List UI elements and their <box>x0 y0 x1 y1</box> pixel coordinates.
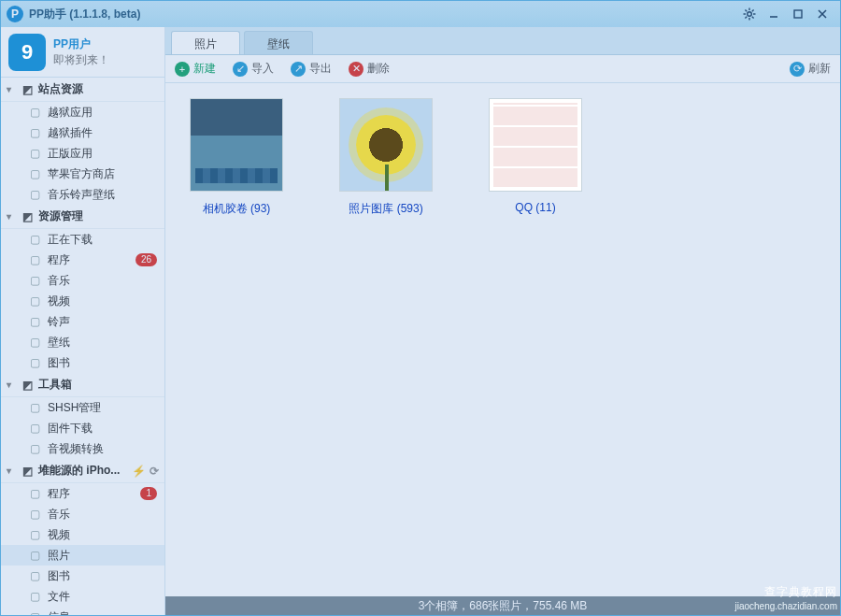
account-sub: 即将到来！ <box>53 52 109 68</box>
file-icon: ▢ <box>27 590 42 603</box>
nav-item-label: 信息 <box>48 609 70 616</box>
nav-item[interactable]: ▢视频 <box>1 524 164 545</box>
import-button[interactable]: ↙导入 <box>233 61 274 77</box>
settings-button[interactable] <box>737 2 762 26</box>
sidebar: PP用户 即将到来！ ▾◩站点资源▢越狱应用▢越狱插件▢正版应用▢苹果官方商店▢… <box>1 27 165 615</box>
music-icon: ▢ <box>27 274 42 287</box>
app-body: PP用户 即将到来！ ▾◩站点资源▢越狱应用▢越狱插件▢正版应用▢苹果官方商店▢… <box>1 27 840 615</box>
album-thumb <box>190 98 283 192</box>
nav-item-label: 铃声 <box>48 314 70 330</box>
section-head[interactable]: ▾◩工具箱 <box>1 373 164 397</box>
tab[interactable]: 照片 <box>171 31 240 54</box>
nav-item-label: 越狱应用 <box>48 105 93 121</box>
book-icon: ▢ <box>27 569 42 582</box>
nav-item-label: 正在下载 <box>48 232 93 248</box>
nav-item[interactable]: ▢程序26 <box>1 250 164 270</box>
section-title: 堆能源的 iPho... <box>38 463 120 479</box>
chevron-down-icon: ▾ <box>7 211 18 222</box>
fw-icon: ▢ <box>27 422 42 435</box>
chevron-down-icon: ▾ <box>7 84 18 94</box>
window-title: PP助手 (1.1.1.8, beta) <box>29 7 140 22</box>
nav-item-label: 视频 <box>48 294 70 309</box>
close-button[interactable] <box>810 2 834 26</box>
album-thumb <box>339 98 433 192</box>
export-icon: ↗ <box>291 62 306 77</box>
nav-item[interactable]: ▢音视频转换 <box>1 438 164 459</box>
album-caption: 照片图库 (593) <box>330 201 442 217</box>
delete-button[interactable]: ✕删除 <box>349 61 390 77</box>
minimize-button[interactable] <box>762 2 786 26</box>
tab[interactable]: 壁纸 <box>244 31 313 54</box>
nav-item[interactable]: ▢照片 <box>1 545 164 566</box>
nav-item[interactable]: ▢铃声 <box>1 311 164 332</box>
nav-item[interactable]: ▢越狱应用 <box>1 102 164 122</box>
svg-line-8 <box>745 17 747 19</box>
maximize-icon <box>792 8 804 20</box>
nav-item[interactable]: ▢SHSH管理 <box>1 397 164 418</box>
book-icon: ▢ <box>27 356 42 369</box>
title-bar: P PP助手 (1.1.1.8, beta) <box>1 1 840 27</box>
svg-line-7 <box>752 9 754 11</box>
nav-item[interactable]: ▢正在下载 <box>1 229 164 250</box>
album[interactable]: 相机胶卷 (93) <box>180 98 292 217</box>
nav-item[interactable]: ▢图书 <box>1 566 164 586</box>
nav-item-label: 音乐 <box>48 507 70 523</box>
nav-item-label: 视频 <box>48 527 70 543</box>
nav-item[interactable]: ▢程序1 <box>1 483 164 504</box>
toolbar: +新建 ↙导入 ↗导出 ✕删除 ⟳刷新 <box>165 55 840 83</box>
music-icon: ▢ <box>27 508 42 521</box>
export-button[interactable]: ↗导出 <box>291 61 332 77</box>
account-text: PP用户 即将到来！ <box>53 36 109 68</box>
album-caption: 相机胶卷 (93) <box>180 201 292 217</box>
account-name: PP用户 <box>53 36 109 52</box>
toolbox-icon: ◩ <box>20 379 35 392</box>
nav-item[interactable]: ▢音乐 <box>1 270 164 291</box>
album[interactable]: 照片图库 (593) <box>330 98 442 217</box>
conv-icon: ▢ <box>27 442 42 455</box>
section-head[interactable]: ▾◩站点资源 <box>1 78 164 102</box>
main-panel: 照片壁纸 +新建 ↙导入 ↗导出 ✕删除 ⟳刷新 相机胶卷 (93)照片图库 (… <box>165 27 840 615</box>
nav-item-label: 音视频转换 <box>48 441 104 457</box>
plugin-icon: ▢ <box>27 126 42 139</box>
nav-item-label: 照片 <box>48 548 70 564</box>
count-badge: 1 <box>140 487 157 500</box>
nav-item-label: SHSH管理 <box>48 400 101 416</box>
section-title: 工具箱 <box>38 377 72 393</box>
nav-item[interactable]: ▢信息 <box>1 607 164 615</box>
nav-item[interactable]: ▢图书 <box>1 352 164 373</box>
nav-item[interactable]: ▢越狱插件 <box>1 122 164 143</box>
monitor-icon: ◩ <box>20 210 35 223</box>
section-head[interactable]: ▾◩资源管理 <box>1 205 164 229</box>
nav-tree: ▾◩站点资源▢越狱应用▢越狱插件▢正版应用▢苹果官方商店▢音乐铃声壁纸▾◩资源管… <box>1 78 164 615</box>
new-button[interactable]: +新建 <box>175 61 216 77</box>
nav-item-label: 图书 <box>48 355 70 371</box>
nav-item[interactable]: ▢音乐 <box>1 504 164 524</box>
nav-item[interactable]: ▢壁纸 <box>1 332 164 352</box>
nav-item[interactable]: ▢固件下载 <box>1 418 164 438</box>
download-icon: ▢ <box>27 233 42 246</box>
refresh-button[interactable]: ⟳刷新 <box>790 61 831 77</box>
album-count: (11) <box>535 201 555 214</box>
cloud-icon: ▢ <box>27 401 42 414</box>
album-thumb <box>489 98 582 192</box>
nav-item[interactable]: ▢正版应用 <box>1 143 164 164</box>
msg-icon: ▢ <box>27 610 42 615</box>
section-title: 站点资源 <box>38 81 83 97</box>
nav-item[interactable]: ▢视频 <box>1 291 164 311</box>
maximize-button[interactable] <box>786 2 810 26</box>
apps-icon: ▢ <box>27 253 42 266</box>
nav-item[interactable]: ▢文件 <box>1 586 164 607</box>
nav-item[interactable]: ▢音乐铃声壁纸 <box>1 184 164 205</box>
avatar <box>8 34 46 71</box>
section-head[interactable]: ▾◩堆能源的 iPho...⚡⟳ <box>1 459 164 483</box>
account-panel[interactable]: PP用户 即将到来！ <box>1 27 164 78</box>
ring-icon: ▢ <box>27 315 42 328</box>
count-badge: 26 <box>135 253 157 266</box>
nav-item[interactable]: ▢苹果官方商店 <box>1 164 164 184</box>
svg-line-6 <box>752 17 754 19</box>
music-icon: ▢ <box>27 188 42 201</box>
plus-icon: + <box>175 62 190 77</box>
svg-line-5 <box>745 9 747 11</box>
tab-bar: 照片壁纸 <box>165 27 840 55</box>
album[interactable]: QQ (11) <box>479 98 592 214</box>
